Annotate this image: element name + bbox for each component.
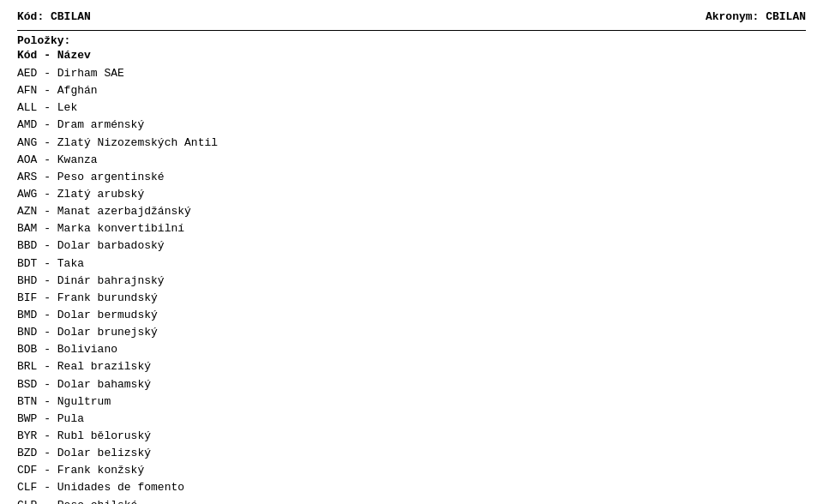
list-item: CDF - Frank konžský (17, 462, 806, 479)
header-code: Kód: CBILAN (17, 10, 91, 23)
list-item: ALL - Lek (17, 99, 806, 117)
header: Kód: CBILAN Akronym: CBILAN (17, 10, 806, 23)
list-item: BTN - Ngultrum (17, 393, 806, 411)
list-item: BWP - Pula (17, 411, 806, 428)
items-list: AED - Dirham SAEAFN - AfghánALL - LekAMD… (17, 65, 806, 504)
list-item: BMD - Dolar bermudský (17, 307, 806, 324)
list-item: BSD - Dolar bahamský (17, 376, 806, 393)
header-divider (17, 30, 806, 31)
list-item: AED - Dirham SAE (17, 65, 806, 82)
list-item: BYR - Rubl běloruský (17, 428, 806, 445)
columns-header: Kód - Název (17, 49, 806, 62)
list-item: BHD - Dinár bahrajnský (17, 273, 806, 290)
list-item: BBD - Dolar barbadoský (17, 237, 806, 255)
list-item: AWG - Zlatý arubský (17, 186, 806, 203)
list-item: ANG - Zlatý Nizozemských Antil (17, 135, 806, 152)
list-item: BRL - Real brazilský (17, 358, 806, 375)
page: Kód: CBILAN Akronym: CBILAN Položky: Kód… (0, 0, 823, 504)
list-item: AMD - Dram arménský (17, 117, 806, 134)
list-item: BND - Dolar brunejský (17, 324, 806, 341)
list-item: BOB - Boliviano (17, 341, 806, 358)
header-acronym: Akronym: CBILAN (706, 10, 806, 23)
list-item: BDT - Taka (17, 255, 806, 273)
list-item: BZD - Dolar belizský (17, 445, 806, 462)
section-title: Položky: (17, 34, 806, 47)
list-item: BAM - Marka konvertibilní (17, 220, 806, 237)
list-item: AFN - Afghán (17, 82, 806, 99)
list-item: AZN - Manat azerbajdžánský (17, 203, 806, 220)
list-item: BIF - Frank burundský (17, 290, 806, 307)
list-item: CLP - Peso chilské (17, 497, 806, 504)
list-item: CLF - Unidades de fomento (17, 479, 806, 496)
list-item: AOA - Kwanza (17, 152, 806, 169)
list-item: ARS - Peso argentinské (17, 169, 806, 186)
